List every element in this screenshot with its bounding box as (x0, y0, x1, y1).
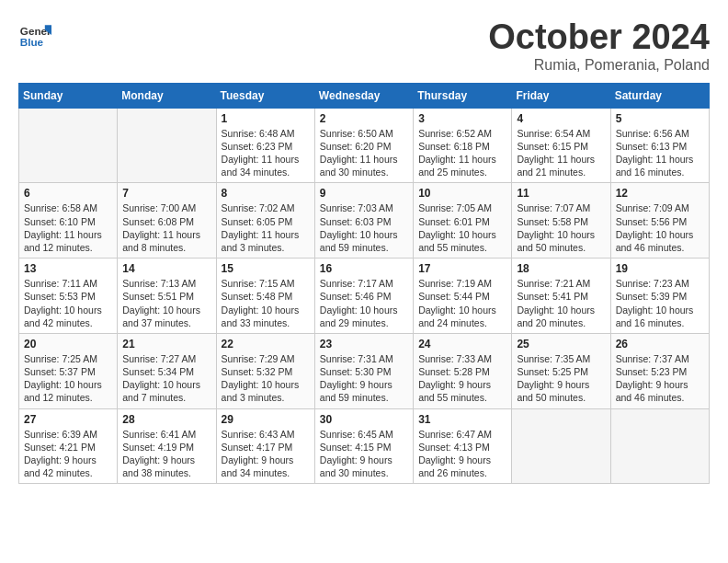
day-info: Sunrise: 7:03 AM Sunset: 6:03 PM Dayligh… (320, 201, 408, 254)
day-info: Sunrise: 6:54 AM Sunset: 6:15 PM Dayligh… (517, 127, 605, 179)
day-number: 23 (320, 338, 408, 350)
day-info: Sunrise: 6:39 AM Sunset: 4:21 PM Dayligh… (24, 428, 112, 480)
svg-text:Blue: Blue (20, 36, 44, 48)
day-info: Sunrise: 7:17 AM Sunset: 5:46 PM Dayligh… (320, 277, 408, 329)
day-info: Sunrise: 7:11 AM Sunset: 5:53 PM Dayligh… (24, 277, 112, 329)
day-number: 5 (616, 112, 704, 125)
calendar-day-cell: 31Sunrise: 6:47 AM Sunset: 4:13 PM Dayli… (414, 408, 512, 484)
calendar-day-cell: 11Sunrise: 7:07 AM Sunset: 5:58 PM Dayli… (512, 183, 610, 259)
day-number: 15 (222, 262, 310, 275)
calendar-day-cell (610, 408, 709, 484)
calendar-day-cell: 27Sunrise: 6:39 AM Sunset: 4:21 PM Dayli… (19, 408, 118, 484)
calendar-day-cell: 16Sunrise: 7:17 AM Sunset: 5:46 PM Dayli… (314, 259, 413, 334)
calendar-day-cell: 8Sunrise: 7:02 AM Sunset: 6:05 PM Daylig… (216, 183, 314, 259)
calendar-day-cell: 18Sunrise: 7:21 AM Sunset: 5:41 PM Dayli… (512, 259, 610, 334)
calendar-week-row: 1Sunrise: 6:48 AM Sunset: 6:23 PM Daylig… (19, 108, 710, 183)
day-number: 19 (616, 262, 704, 275)
day-number: 29 (222, 413, 310, 426)
logo: General Blue (18, 18, 53, 52)
calendar-day-cell: 7Sunrise: 7:00 AM Sunset: 6:08 PM Daylig… (118, 183, 216, 259)
day-number: 22 (222, 338, 310, 350)
weekday-header-cell: Saturday (610, 83, 709, 108)
day-number: 12 (616, 187, 704, 200)
calendar-day-cell: 2Sunrise: 6:50 AM Sunset: 6:20 PM Daylig… (314, 108, 413, 183)
calendar-week-row: 20Sunrise: 7:25 AM Sunset: 5:37 PM Dayli… (19, 333, 710, 408)
day-number: 26 (616, 338, 704, 350)
day-info: Sunrise: 6:52 AM Sunset: 6:18 PM Dayligh… (418, 127, 506, 179)
calendar-day-cell: 6Sunrise: 6:58 AM Sunset: 6:10 PM Daylig… (19, 183, 118, 259)
day-info: Sunrise: 6:45 AM Sunset: 4:15 PM Dayligh… (320, 428, 408, 480)
calendar-body: 1Sunrise: 6:48 AM Sunset: 6:23 PM Daylig… (19, 108, 710, 483)
day-info: Sunrise: 7:25 AM Sunset: 5:37 PM Dayligh… (24, 352, 112, 405)
calendar-day-cell: 25Sunrise: 7:35 AM Sunset: 5:25 PM Dayli… (512, 333, 610, 408)
month-title: October 2024 (488, 18, 710, 57)
calendar-day-cell: 1Sunrise: 6:48 AM Sunset: 6:23 PM Daylig… (216, 108, 314, 183)
weekday-header-cell: Sunday (19, 83, 118, 108)
day-number: 25 (517, 338, 605, 350)
day-info: Sunrise: 6:56 AM Sunset: 6:13 PM Dayligh… (616, 127, 704, 179)
day-info: Sunrise: 6:48 AM Sunset: 6:23 PM Dayligh… (222, 127, 310, 179)
day-number: 17 (418, 262, 506, 275)
day-info: Sunrise: 6:41 AM Sunset: 4:19 PM Dayligh… (122, 428, 210, 480)
day-number: 1 (222, 112, 310, 125)
calendar-day-cell: 26Sunrise: 7:37 AM Sunset: 5:23 PM Dayli… (610, 333, 709, 408)
day-number: 20 (24, 338, 112, 350)
day-info: Sunrise: 6:58 AM Sunset: 6:10 PM Dayligh… (24, 201, 112, 254)
calendar-day-cell: 28Sunrise: 6:41 AM Sunset: 4:19 PM Dayli… (118, 408, 216, 484)
day-info: Sunrise: 6:50 AM Sunset: 6:20 PM Dayligh… (320, 127, 408, 179)
day-info: Sunrise: 7:19 AM Sunset: 5:44 PM Dayligh… (418, 277, 506, 329)
page-header: General Blue October 2024 Rumia, Pomeran… (18, 18, 710, 74)
weekday-header-cell: Thursday (414, 83, 512, 108)
calendar-day-cell: 12Sunrise: 7:09 AM Sunset: 5:56 PM Dayli… (610, 183, 709, 259)
weekday-header-row: SundayMondayTuesdayWednesdayThursdayFrid… (19, 83, 710, 108)
title-block: October 2024 Rumia, Pomerania, Poland (488, 18, 710, 74)
calendar-day-cell: 10Sunrise: 7:05 AM Sunset: 6:01 PM Dayli… (414, 183, 512, 259)
calendar-day-cell: 13Sunrise: 7:11 AM Sunset: 5:53 PM Dayli… (19, 259, 118, 334)
day-number: 10 (418, 187, 506, 200)
day-info: Sunrise: 7:15 AM Sunset: 5:48 PM Dayligh… (222, 277, 310, 329)
day-number: 27 (24, 413, 112, 426)
calendar-day-cell: 5Sunrise: 6:56 AM Sunset: 6:13 PM Daylig… (610, 108, 709, 183)
calendar-day-cell: 14Sunrise: 7:13 AM Sunset: 5:51 PM Dayli… (118, 259, 216, 334)
day-number: 14 (122, 262, 210, 275)
day-info: Sunrise: 6:43 AM Sunset: 4:17 PM Dayligh… (222, 428, 310, 480)
calendar-day-cell: 19Sunrise: 7:23 AM Sunset: 5:39 PM Dayli… (610, 259, 709, 334)
day-info: Sunrise: 6:47 AM Sunset: 4:13 PM Dayligh… (418, 428, 506, 480)
weekday-header-cell: Friday (512, 83, 610, 108)
calendar-week-row: 27Sunrise: 6:39 AM Sunset: 4:21 PM Dayli… (19, 408, 710, 484)
calendar-day-cell: 15Sunrise: 7:15 AM Sunset: 5:48 PM Dayli… (216, 259, 314, 334)
calendar-day-cell: 20Sunrise: 7:25 AM Sunset: 5:37 PM Dayli… (19, 333, 118, 408)
day-number: 24 (418, 338, 506, 350)
day-info: Sunrise: 7:21 AM Sunset: 5:41 PM Dayligh… (517, 277, 605, 329)
day-info: Sunrise: 7:00 AM Sunset: 6:08 PM Dayligh… (122, 201, 210, 254)
day-number: 31 (418, 413, 506, 426)
calendar-day-cell (512, 408, 610, 484)
day-info: Sunrise: 7:31 AM Sunset: 5:30 PM Dayligh… (320, 352, 408, 405)
calendar-day-cell: 30Sunrise: 6:45 AM Sunset: 4:15 PM Dayli… (314, 408, 413, 484)
calendar-week-row: 13Sunrise: 7:11 AM Sunset: 5:53 PM Dayli… (19, 259, 710, 334)
day-number: 16 (320, 262, 408, 275)
day-number: 11 (517, 187, 605, 200)
day-number: 2 (320, 112, 408, 125)
weekday-header-cell: Wednesday (314, 83, 413, 108)
day-info: Sunrise: 7:05 AM Sunset: 6:01 PM Dayligh… (418, 201, 506, 254)
day-number: 21 (122, 338, 210, 350)
day-info: Sunrise: 7:07 AM Sunset: 5:58 PM Dayligh… (517, 201, 605, 254)
day-number: 30 (320, 413, 408, 426)
day-number: 6 (24, 187, 112, 200)
calendar-day-cell (19, 108, 118, 183)
day-number: 3 (418, 112, 506, 125)
day-number: 8 (222, 187, 310, 200)
day-info: Sunrise: 7:23 AM Sunset: 5:39 PM Dayligh… (616, 277, 704, 329)
location-subtitle: Rumia, Pomerania, Poland (488, 57, 710, 74)
day-info: Sunrise: 7:33 AM Sunset: 5:28 PM Dayligh… (418, 352, 506, 405)
day-number: 28 (122, 413, 210, 426)
calendar-day-cell: 4Sunrise: 6:54 AM Sunset: 6:15 PM Daylig… (512, 108, 610, 183)
logo-icon: General Blue (18, 18, 51, 52)
calendar-day-cell: 29Sunrise: 6:43 AM Sunset: 4:17 PM Dayli… (216, 408, 314, 484)
calendar-table: SundayMondayTuesdayWednesdayThursdayFrid… (18, 83, 710, 484)
weekday-header-cell: Monday (118, 83, 216, 108)
day-number: 7 (122, 187, 210, 200)
calendar-week-row: 6Sunrise: 6:58 AM Sunset: 6:10 PM Daylig… (19, 183, 710, 259)
calendar-day-cell: 17Sunrise: 7:19 AM Sunset: 5:44 PM Dayli… (414, 259, 512, 334)
